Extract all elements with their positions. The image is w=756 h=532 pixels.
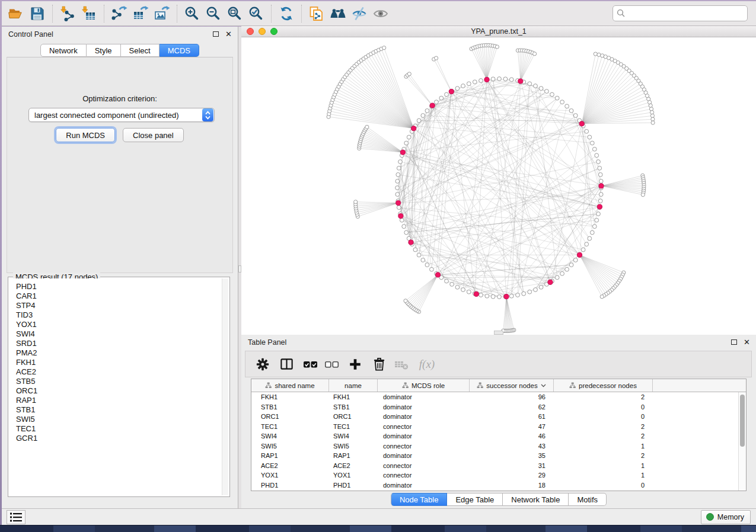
zoom-out-button[interactable] [203,3,224,24]
network-graph[interactable] [241,37,756,335]
close-panel-icon[interactable] [225,30,232,38]
export-table-icon [132,5,149,22]
mcds-result-item[interactable]: STB1 [16,405,222,415]
deselect-all-rows-button[interactable] [324,357,339,372]
table-cell: RAP1 [251,451,329,461]
control-panel-tabs: NetworkStyleSelectMCDS [2,44,238,57]
table-cell [653,412,746,422]
delete-table-button[interactable] [394,357,409,372]
export-image-button[interactable] [151,3,173,24]
table-row[interactable]: STB1STB1dominator620 [251,402,746,412]
control-panel-header: Control Panel [2,27,238,41]
table-panel-header: Table Panel [241,335,756,350]
table-scrollbar[interactable] [738,392,746,491]
search-input[interactable] [613,5,748,21]
column-header-predecessor-nodes[interactable]: predecessor nodes [554,379,653,392]
column-header-shared-name[interactable]: shared name [251,379,329,392]
mcds-result-item[interactable]: GCR1 [16,434,222,443]
tab-network-table[interactable]: Network Table [503,493,569,506]
network-canvas[interactable] [241,37,756,335]
select-all-rows-button[interactable] [302,357,318,372]
table-row[interactable]: YOX1YOX1connector291 [251,470,746,480]
table-options-button[interactable] [255,357,270,372]
criterion-select[interactable]: largest connected component (undirected) [28,108,215,122]
tab-select[interactable]: Select [121,44,160,57]
refresh-layout-button[interactable] [276,3,297,24]
mcds-result-item[interactable]: ORC1 [16,386,222,396]
export-network-button[interactable] [109,3,130,24]
table-row[interactable]: RAP1RAP1dominator352 [251,451,746,461]
mcds-result-item[interactable]: FKH1 [16,358,222,367]
column-header-successor-nodes[interactable]: successor nodes [470,379,554,392]
tab-style[interactable]: Style [87,44,121,57]
tab-mcds[interactable]: MCDS [160,44,199,57]
table-row[interactable]: TEC1TEC1connector472 [251,422,746,432]
show-all-button[interactable] [370,3,391,24]
mcds-result-item[interactable]: STB5 [16,377,222,386]
import-network-button[interactable] [57,3,78,24]
plus-icon [348,357,362,371]
mcds-result-item[interactable]: STP4 [16,301,222,310]
new-network-from-selection-button[interactable] [306,3,327,24]
mcds-result-item[interactable]: ACE2 [16,367,222,377]
tab-motifs[interactable]: Motifs [569,493,607,506]
add-column-button[interactable] [347,357,363,372]
column-header-mcds-role[interactable]: MCDS role [378,379,470,392]
function-builder-button[interactable] [414,357,440,372]
float-panel-icon[interactable] [731,339,737,345]
mcds-result-item[interactable]: YOX1 [16,320,222,329]
mcds-result-item[interactable]: PMA2 [16,348,222,358]
tab-network[interactable]: Network [40,44,87,57]
run-mcds-button[interactable]: Run MCDS [56,128,115,142]
mcds-result-item[interactable]: TEC1 [16,424,222,434]
table-row[interactable]: ACE2ACE2connector311 [251,461,746,471]
table-row[interactable]: FKH1FKH1dominator962 [251,392,746,402]
zoom-selected-button[interactable] [245,3,267,24]
first-neighbors-button[interactable] [327,3,349,24]
zoom-in-button[interactable] [181,3,203,24]
close-panel-icon[interactable] [744,338,750,346]
save-session-button[interactable] [27,3,48,24]
mcds-result-item[interactable]: SRD1 [16,339,222,348]
mcds-result-item[interactable]: TID3 [16,310,222,320]
open-file-button[interactable] [5,3,27,24]
table-cell: TEC1 [251,422,329,432]
refresh-icon [278,5,295,22]
mcds-list-scrollbar[interactable] [222,278,228,495]
mcds-result-item[interactable]: SWI5 [16,415,222,424]
table-row[interactable]: SWI4SWI4dominator462 [251,431,746,441]
mcds-result-item[interactable]: SWI4 [16,329,222,339]
float-panel-icon[interactable] [213,31,219,37]
table-cell: SWI5 [251,441,329,451]
mcds-result-item[interactable]: RAP1 [16,396,222,405]
tab-node-table[interactable]: Node Table [391,493,448,506]
mcds-result-item[interactable]: CAR1 [16,291,222,301]
hide-selected-button[interactable] [349,3,370,24]
table-cell: 1 [554,441,653,451]
table-cell: 2 [554,422,653,432]
zoom-fit-button[interactable] [224,3,245,24]
column-header-name[interactable]: name [329,379,378,392]
horizontal-splitter-handle[interactable] [494,331,503,335]
scrollbar-thumb[interactable] [740,395,745,447]
table-cell: FKH1 [329,392,378,402]
memory-button[interactable]: Memory [701,510,751,524]
table-row[interactable]: ORC1ORC1dominator610 [251,412,746,422]
table-row[interactable]: SWI5SWI5connector431 [251,441,746,451]
close-panel-button[interactable]: Close panel [123,128,184,142]
table-cell: 0 [554,412,653,422]
trash-icon [372,357,387,371]
delete-columns-button[interactable] [371,357,387,372]
table-row[interactable]: PHD1PHD1dominator180 [251,480,746,491]
table-cell: connector [378,461,470,471]
show-columns-button[interactable] [279,357,294,372]
toolbar-separator [104,5,104,23]
table-cell: ACE2 [329,461,378,471]
floppy-disk-icon [29,5,46,22]
panels-menu-button[interactable] [7,510,25,524]
column-header-filler [653,379,746,392]
export-table-button[interactable] [130,3,151,24]
mcds-result-item[interactable]: PHD1 [16,282,222,291]
tab-edge-table[interactable]: Edge Table [447,493,503,506]
import-table-button[interactable] [78,3,100,24]
